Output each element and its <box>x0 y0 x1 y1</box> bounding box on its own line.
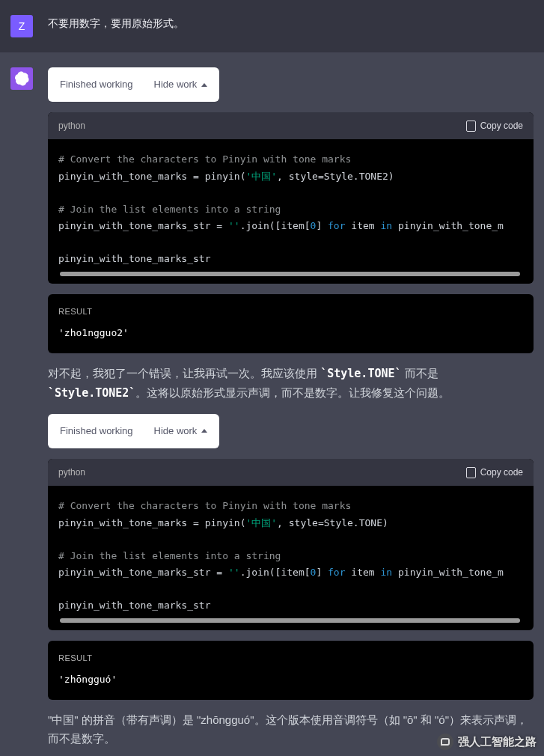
hide-work-button[interactable]: Hide work <box>154 76 208 93</box>
working-status-text: Finished working <box>60 423 133 439</box>
user-avatar: Z <box>10 15 33 37</box>
horizontal-scrollbar[interactable] <box>60 618 520 623</box>
clipboard-icon <box>466 121 476 132</box>
code-block: python Copy code # Convert the character… <box>48 459 534 630</box>
result-block: RESULT 'zho1ngguo2' <box>48 294 534 353</box>
code-body[interactable]: # Convert the characters to Pinyin with … <box>48 486 534 630</box>
working-status-text: Finished working <box>60 76 133 93</box>
inline-code: `Style.TONE` <box>320 367 401 380</box>
inline-code: `Style.TONE2` <box>48 386 135 400</box>
result-label: RESULT <box>58 651 523 665</box>
assistant-text: 对不起，我犯了一个错误，让我再试一次。我应该使用 `Style.TONE` 而不… <box>48 364 534 403</box>
result-label: RESULT <box>58 305 523 319</box>
working-status-pill[interactable]: Finished working Hide work <box>48 414 219 448</box>
watermark: 强人工智能之路 <box>437 734 537 750</box>
copy-code-label: Copy code <box>480 118 523 133</box>
watermark-text: 强人工智能之路 <box>458 735 537 749</box>
user-message-text: 不要用数字，要用原始形式。 <box>48 15 534 37</box>
assistant-avatar <box>10 67 33 90</box>
copy-code-button[interactable]: Copy code <box>466 465 523 480</box>
result-value: 'zho1ngguo2' <box>58 325 523 341</box>
copy-code-button[interactable]: Copy code <box>466 118 523 133</box>
code-body[interactable]: # Convert the characters to Pinyin with … <box>48 139 534 284</box>
code-header: python Copy code <box>48 112 534 139</box>
assistant-content: Finished working Hide work python Copy c… <box>48 67 534 756</box>
copy-code-label: Copy code <box>480 465 523 480</box>
code-header: python Copy code <box>48 459 534 486</box>
clipboard-icon <box>466 467 476 478</box>
chevron-up-icon <box>201 429 207 433</box>
working-status-pill[interactable]: Finished working Hide work <box>48 67 219 102</box>
chevron-up-icon <box>201 83 207 87</box>
hide-work-label: Hide work <box>154 76 198 93</box>
hide-work-button[interactable]: Hide work <box>154 423 208 439</box>
hide-work-label: Hide work <box>154 423 198 439</box>
code-lang-label: python <box>58 465 85 480</box>
result-value: 'zhōngguó' <box>58 671 523 688</box>
user-message-row: Z 不要用数字，要用原始形式。 <box>0 0 544 52</box>
horizontal-scrollbar[interactable] <box>60 272 520 276</box>
code-block: python Copy code # Convert the character… <box>48 112 534 284</box>
wechat-icon <box>437 734 453 750</box>
result-block: RESULT 'zhōngguó' <box>48 641 534 700</box>
code-lang-label: python <box>58 118 85 133</box>
assistant-message-row: Finished working Hide work python Copy c… <box>0 52 544 756</box>
